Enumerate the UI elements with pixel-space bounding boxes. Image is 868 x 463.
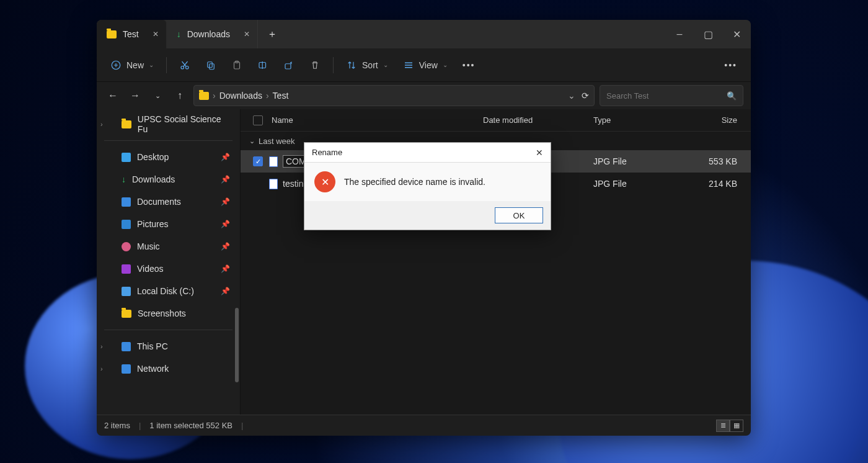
tab-label: Test xyxy=(123,29,139,39)
error-icon: ✕ xyxy=(314,171,335,192)
sidebar-item-videos[interactable]: Videos 📌 xyxy=(97,258,240,280)
new-label: New xyxy=(126,60,144,70)
maximize-button[interactable]: ▢ xyxy=(694,20,722,48)
separator xyxy=(104,140,232,141)
search-placeholder: Search Test xyxy=(606,91,727,101)
status-items: 2 items xyxy=(104,421,130,430)
tab-close-icon[interactable]: ✕ xyxy=(153,30,159,38)
column-name[interactable]: Name xyxy=(269,115,483,125)
sidebar-item-upsc[interactable]: › UPSC Social Science Fu xyxy=(97,113,240,135)
row-checkbox[interactable]: ✓ xyxy=(253,156,263,166)
details-view-button[interactable]: ≣ xyxy=(716,420,730,432)
column-type[interactable]: Type xyxy=(593,115,690,125)
paste-button[interactable] xyxy=(225,54,249,76)
dialog-titlebar: Rename ✕ xyxy=(304,143,551,163)
search-icon: 🔍 xyxy=(727,91,737,101)
sidebar-item-desktop[interactable]: Desktop 📌 xyxy=(97,146,240,168)
pin-icon: 📌 xyxy=(221,220,230,228)
column-size[interactable]: Size xyxy=(690,115,751,125)
select-all-checkbox[interactable] xyxy=(247,115,269,125)
breadcrumb-segment[interactable]: Test xyxy=(273,91,289,101)
new-button[interactable]: New ⌄ xyxy=(104,54,160,76)
folder-icon xyxy=(199,92,209,100)
search-input[interactable]: Search Test 🔍 xyxy=(600,85,743,106)
column-headers: Name Date modified Type Size xyxy=(241,109,751,132)
more-button[interactable]: ••• xyxy=(456,54,482,76)
sort-button[interactable]: Sort ⌄ xyxy=(340,54,394,76)
rename-icon xyxy=(257,60,268,71)
folder-icon xyxy=(122,310,131,318)
sidebar-item-documents[interactable]: Documents 📌 xyxy=(97,191,240,213)
pin-icon: 📌 xyxy=(221,153,230,161)
breadcrumb-segment[interactable]: Downloads xyxy=(219,91,262,101)
pin-icon: 📌 xyxy=(221,242,230,251)
folder-icon xyxy=(107,30,117,38)
copy-icon xyxy=(205,60,216,71)
recent-button[interactable]: ⌄ xyxy=(149,87,166,104)
new-tab-button[interactable]: ＋ xyxy=(258,28,286,41)
sidebar-item-label: This PC xyxy=(137,341,168,351)
back-button[interactable]: ← xyxy=(104,87,122,104)
dialog-title: Rename xyxy=(312,148,342,157)
paste-icon xyxy=(231,60,242,71)
view-icon xyxy=(403,60,414,71)
copy-button[interactable] xyxy=(199,54,223,76)
separator xyxy=(333,57,334,73)
dialog-close-button[interactable]: ✕ xyxy=(536,148,543,158)
sidebar-item-downloads[interactable]: ↓ Downloads 📌 xyxy=(97,168,240,191)
cut-icon xyxy=(179,60,190,71)
sidebar-item-music[interactable]: Music 📌 xyxy=(97,235,240,258)
videos-icon xyxy=(122,264,131,274)
pictures-icon xyxy=(122,220,131,229)
sidebar-item-network[interactable]: › Network xyxy=(97,357,240,380)
chevron-down-icon: ⌄ xyxy=(249,137,255,145)
file-icon xyxy=(269,179,278,189)
separator: | xyxy=(139,421,141,430)
plus-circle-icon xyxy=(110,60,122,71)
cut-button[interactable] xyxy=(173,54,197,76)
separator: | xyxy=(241,421,243,430)
close-button[interactable]: ✕ xyxy=(722,20,751,48)
chevron-down-icon[interactable]: ⌄ xyxy=(568,91,575,101)
up-button[interactable]: ↑ xyxy=(171,87,188,104)
chevron-right-icon: › xyxy=(100,120,103,128)
chevron-right-icon: › xyxy=(100,365,103,372)
dialog-footer: OK xyxy=(304,201,551,230)
delete-button[interactable] xyxy=(303,54,327,76)
toolbar: New ⌄ Sort ⌄ View ⌄ ••• ••• xyxy=(97,48,751,82)
share-icon xyxy=(283,60,294,71)
navigation-row: ← → ⌄ ↑ › Downloads › Test ⌄ ⟳ Search Te… xyxy=(97,82,751,109)
tab-downloads[interactable]: ↓ Downloads ✕ xyxy=(167,20,258,48)
separator xyxy=(104,330,232,330)
rename-button[interactable] xyxy=(251,54,275,76)
file-icon xyxy=(269,156,278,167)
sidebar-item-screenshots[interactable]: Screenshots xyxy=(97,302,240,325)
address-bar[interactable]: › Downloads › Test ⌄ ⟳ xyxy=(193,85,595,106)
sort-icon xyxy=(346,60,357,71)
overflow-button[interactable]: ••• xyxy=(718,54,743,76)
pin-icon: 📌 xyxy=(221,197,230,206)
tab-test[interactable]: Test ✕ xyxy=(97,20,167,48)
column-date[interactable]: Date modified xyxy=(483,115,593,125)
sidebar-item-local-disk[interactable]: Local Disk (C:) 📌 xyxy=(97,280,240,302)
sidebar-item-label: Videos xyxy=(137,264,164,274)
share-button[interactable] xyxy=(277,54,301,76)
svg-rect-4 xyxy=(210,63,215,69)
titlebar: Test ✕ ↓ Downloads ✕ ＋ – ▢ ✕ xyxy=(97,20,751,48)
forward-button[interactable]: → xyxy=(126,87,144,104)
svg-rect-3 xyxy=(208,61,213,67)
view-button[interactable]: View ⌄ xyxy=(397,54,454,76)
sidebar-item-label: Downloads xyxy=(132,174,175,184)
scrollbar[interactable] xyxy=(235,308,239,382)
tab-close-icon[interactable]: ✕ xyxy=(244,30,250,38)
sidebar-item-this-pc[interactable]: › This PC xyxy=(97,335,240,357)
pc-icon xyxy=(122,342,131,351)
sidebar-item-pictures[interactable]: Pictures 📌 xyxy=(97,213,240,235)
chevron-right-icon: › xyxy=(100,343,103,350)
desktop-icon xyxy=(122,153,131,162)
ok-button[interactable]: OK xyxy=(495,207,543,223)
tiles-view-button[interactable]: ▦ xyxy=(730,420,743,432)
sidebar-item-label: Screenshots xyxy=(138,308,186,318)
refresh-icon[interactable]: ⟳ xyxy=(582,91,589,101)
minimize-button[interactable]: – xyxy=(665,20,694,48)
